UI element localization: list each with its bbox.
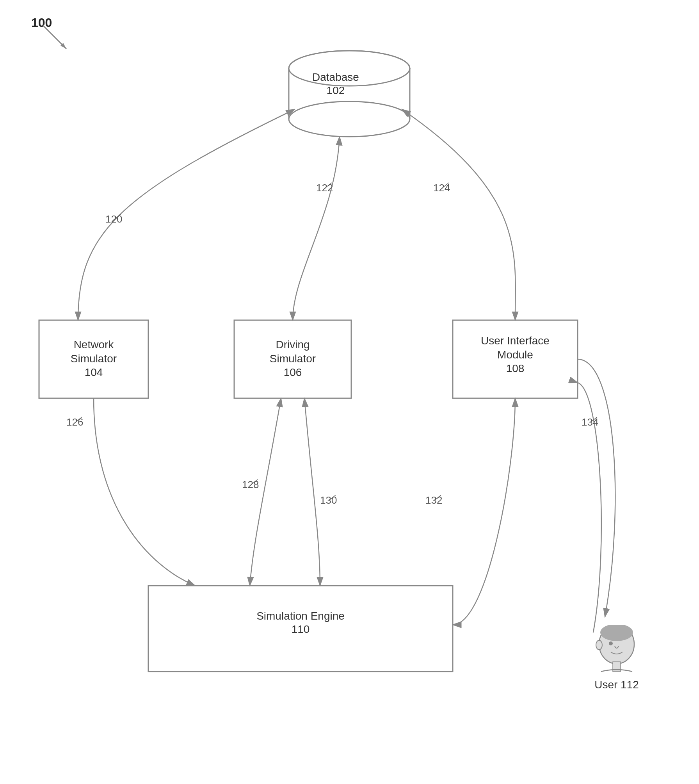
svg-text:124: 124 — [433, 182, 450, 194]
svg-text:130: 130 — [320, 494, 337, 506]
svg-text:132: 132 — [425, 494, 442, 506]
figure-arrow-indicator — [39, 21, 70, 53]
svg-text:134: 134 — [582, 416, 598, 428]
svg-text:122: 122 — [316, 182, 333, 194]
user-head-icon — [593, 625, 640, 675]
svg-point-24 — [609, 641, 613, 645]
svg-point-6 — [289, 102, 410, 137]
svg-point-25 — [596, 640, 602, 650]
database-number: 102 — [312, 84, 359, 97]
user-label: User 112 — [594, 679, 639, 691]
driving-simulator-number: 106 — [238, 366, 347, 379]
simulation-engine-node: Simulation Engine 110 — [152, 609, 449, 636]
network-simulator-label: NetworkSimulator — [43, 338, 144, 366]
user-figure: User 112 — [593, 625, 640, 691]
user-interface-number: 108 — [455, 362, 576, 375]
network-simulator-number: 104 — [43, 366, 144, 379]
simulation-engine-number: 110 — [152, 623, 449, 636]
simulation-engine-label: Simulation Engine — [152, 609, 449, 623]
svg-point-23 — [600, 625, 633, 641]
driving-simulator-label: DrivingSimulator — [238, 338, 347, 366]
svg-text:126: 126 — [66, 416, 83, 428]
user-interface-node: User InterfaceModule 108 — [455, 334, 576, 375]
user-interface-label: User InterfaceModule — [455, 334, 576, 362]
database-node: Database 102 — [312, 70, 359, 97]
svg-text:120: 120 — [105, 213, 122, 225]
diagram-container: 100 — [0, 0, 699, 784]
driving-simulator-node: DrivingSimulator 106 — [238, 338, 347, 379]
svg-text:128: 128 — [242, 479, 259, 490]
network-simulator-node: NetworkSimulator 104 — [43, 338, 144, 379]
database-label: Database — [312, 70, 359, 84]
